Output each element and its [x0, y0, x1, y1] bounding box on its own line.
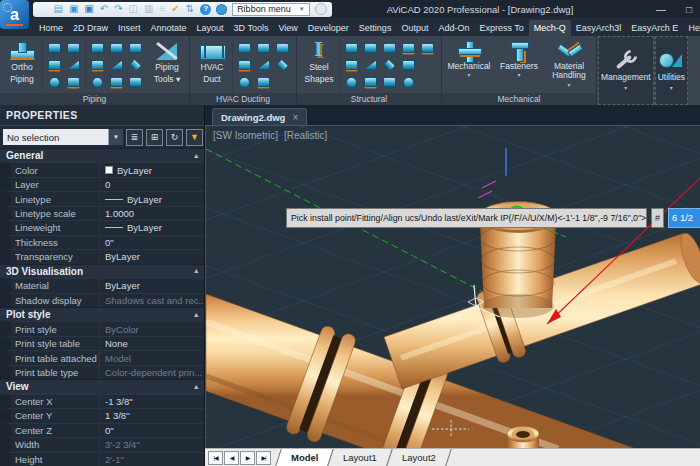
help-icon[interactable]: ? — [200, 4, 211, 15]
property-value[interactable]: 3'-2 3/4" — [99, 438, 204, 451]
property-value[interactable]: ByLayer — [99, 192, 204, 205]
hvac-duct-button[interactable]: HVACDuct — [192, 37, 232, 93]
brace-icon[interactable] — [364, 77, 377, 87]
next-sheet-button[interactable]: ▶ — [240, 451, 255, 465]
ortho-piping-button[interactable]: OrthoPiping — [2, 37, 42, 93]
property-row-transparency[interactable]: TransparencyByLayer — [0, 249, 204, 263]
viewport-view-control[interactable]: [SW Isometric] — [213, 130, 278, 141]
property-row-center-x[interactable]: Center X-1 3/8" — [0, 394, 204, 408]
gusset-plate-icon[interactable] — [383, 43, 396, 53]
check-icon[interactable]: ✔ — [171, 4, 179, 14]
open-file-icon[interactable]: ▤ — [53, 4, 62, 14]
ribbon-tab-view[interactable]: View — [273, 20, 302, 36]
bolt-pattern-icon[interactable] — [421, 43, 434, 53]
property-value[interactable]: ByLayer — [99, 250, 204, 263]
management-dropdown-button[interactable]: Management▾ — [599, 37, 653, 104]
mem-pipe-icon[interactable] — [49, 77, 60, 88]
collapse-icon[interactable]: ▴ — [194, 152, 198, 160]
property-row-linetype-scale[interactable]: Linetype scale1.0000 — [0, 206, 204, 220]
abc-pipe-icon[interactable] — [129, 43, 142, 53]
fan-icon[interactable] — [276, 58, 289, 71]
ribbon-tab-home[interactable]: Home — [34, 20, 68, 36]
first-sheet-button[interactable]: |◀ — [208, 451, 223, 465]
pipe-anchor-icon[interactable] — [91, 60, 104, 70]
property-row-print-table-type[interactable]: Print table typeColor-dependent prin... — [0, 365, 204, 379]
save-icon[interactable]: ▣ — [69, 4, 78, 14]
ribbon-tab-insert[interactable]: Insert — [113, 20, 146, 36]
property-value[interactable]: ByLayer — [99, 279, 204, 292]
ribbon-tab-add-on[interactable]: Add-On — [433, 20, 474, 36]
duct-wye-icon[interactable] — [238, 60, 251, 70]
angle-icon[interactable] — [364, 43, 377, 53]
duct-elbow-icon[interactable] — [238, 43, 251, 53]
dynamic-input-field[interactable]: 6 1/2 — [668, 208, 700, 228]
ribbon-tab-annotate[interactable]: Annotate — [146, 20, 192, 36]
duct-transition-icon[interactable] — [257, 60, 270, 70]
select-objects-button[interactable]: ⊞ — [146, 129, 163, 146]
quick-select-button[interactable]: ▼ — [186, 129, 203, 146]
ribbon-tab-help[interactable]: Help — [683, 20, 700, 36]
ribbon-tab-layout[interactable]: Layout — [192, 20, 229, 36]
psd-pipe-icon[interactable] — [48, 60, 61, 70]
last-sheet-button[interactable]: ▶| — [256, 451, 271, 465]
pump-symbol-icon[interactable] — [110, 43, 123, 53]
sync-icon[interactable]: ⇅ — [186, 4, 194, 14]
valve-pair-icon[interactable] — [91, 43, 104, 53]
document-tab[interactable]: Drawing2.dwg × — [212, 108, 307, 125]
property-value[interactable]: None — [99, 337, 204, 350]
property-value[interactable]: ByLayer — [99, 221, 204, 234]
base-plate-icon[interactable] — [383, 58, 396, 71]
flange-icon[interactable] — [92, 77, 103, 88]
ribbon-tab-mech-q[interactable]: Mech-Q — [529, 20, 571, 36]
weld-plate-icon[interactable] — [346, 77, 357, 88]
ribbon-tab-3d-tools[interactable]: 3D Tools — [229, 20, 274, 36]
channel-section-icon[interactable] — [345, 60, 358, 70]
grating-icon[interactable] — [403, 77, 414, 88]
collapse-icon[interactable]: ▴ — [194, 267, 198, 275]
property-value[interactable]: 1.0000 — [99, 207, 204, 220]
section-header-general[interactable]: General▴ — [0, 148, 204, 162]
print-icon[interactable]: ▥ — [144, 4, 153, 14]
minimize-button[interactable]: — — [656, 4, 666, 15]
h-column-icon[interactable] — [364, 60, 377, 70]
property-row-material[interactable]: MaterialByLayer — [0, 278, 204, 292]
workspace-cycle-button[interactable] — [315, 3, 327, 15]
property-row-thickness[interactable]: Thickness0" — [0, 235, 204, 249]
ribbon-tab-express-to[interactable]: Express To — [474, 20, 528, 36]
pump-icon[interactable] — [67, 43, 80, 53]
property-row-width[interactable]: Width3'-2 3/4" — [0, 437, 204, 451]
section-header-view[interactable]: View▴ — [0, 379, 204, 393]
steel-shapes-button[interactable]: SteelShapes — [299, 37, 339, 93]
fasteners-dropdown-button[interactable]: Fasteners▾ — [494, 37, 544, 93]
pipe-bend-icon[interactable] — [129, 77, 142, 87]
selection-type-dropdown[interactable]: No selection ▼ — [3, 129, 123, 145]
beam-section-icon[interactable] — [345, 43, 358, 53]
sheet-tab-model[interactable]: Model — [275, 449, 334, 466]
property-row-center-z[interactable]: Center Z0" — [0, 423, 204, 437]
property-row-print-style-table[interactable]: Print style tableNone — [0, 336, 204, 350]
property-value[interactable]: ByColor — [99, 322, 204, 335]
duct-end-icon[interactable] — [239, 77, 250, 88]
sprinkler-icon[interactable] — [129, 58, 142, 71]
refresh-selection-button[interactable]: ↻ — [166, 129, 183, 146]
maximize-button[interactable]: □ — [686, 4, 692, 15]
stud-icon[interactable] — [402, 43, 415, 53]
checklist-icon[interactable]: ≡ — [160, 4, 166, 14]
ribbon-tab-developer[interactable]: Developer — [303, 20, 354, 36]
purlin-icon[interactable] — [402, 60, 415, 70]
app-logo-icon[interactable]: a — [0, 0, 29, 29]
previous-sheet-button[interactable]: ◀ — [224, 451, 239, 465]
rect-tube-icon[interactable] — [383, 77, 396, 87]
pipe-clamp-icon[interactable] — [110, 60, 123, 70]
pound-button[interactable]: # — [651, 208, 664, 228]
viewport[interactable]: [SW Isometric] [Realistic] Pick install … — [205, 125, 700, 448]
property-value[interactable]: 0 — [99, 178, 204, 191]
redo-icon[interactable]: ↷ — [114, 4, 122, 14]
viewport-style-control[interactable]: [Realistic] — [284, 130, 327, 141]
property-row-print-table-attached-to[interactable]: Print table attached toModel — [0, 350, 204, 364]
collapse-icon[interactable]: ▴ — [194, 311, 198, 319]
nozzle-icon[interactable] — [110, 77, 123, 87]
sheet-tab-layout1[interactable]: Layout1 — [328, 449, 393, 466]
property-value[interactable]: 0" — [99, 236, 204, 249]
property-row-print-style[interactable]: Print styleByColor — [0, 321, 204, 335]
